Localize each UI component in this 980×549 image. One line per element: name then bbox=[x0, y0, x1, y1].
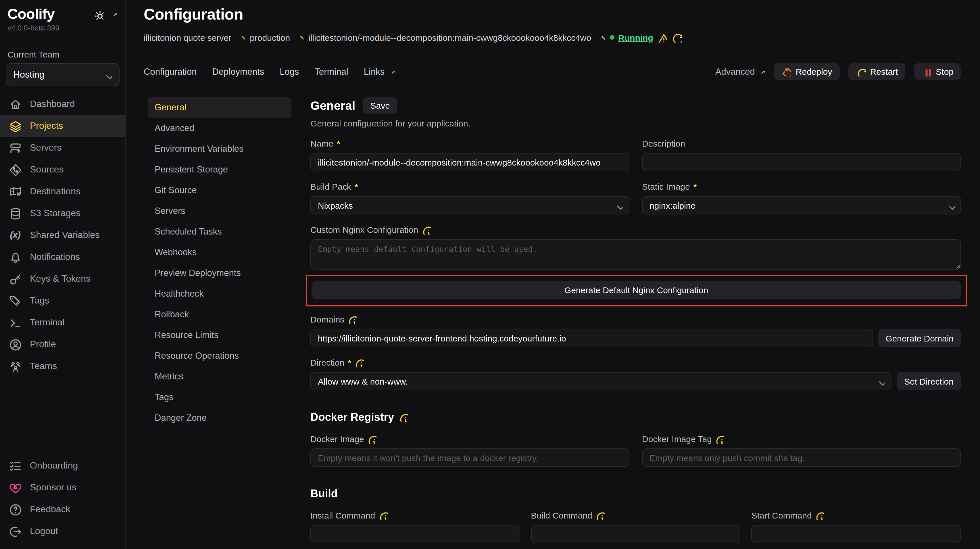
restart-button[interactable]: Restart bbox=[848, 63, 905, 80]
subnav-item-rollback[interactable]: Rollback bbox=[148, 304, 291, 325]
sidebar-item-feedback[interactable]: Feedback bbox=[0, 498, 125, 520]
docker-image-field[interactable] bbox=[310, 449, 629, 467]
general-form: General Save General configuration for y… bbox=[310, 97, 961, 549]
variables-icon: (x) bbox=[9, 229, 21, 241]
status-badge: Running bbox=[609, 32, 682, 43]
generate-domain-button[interactable]: Generate Domain bbox=[878, 329, 961, 347]
sidebar-item-s3-storages[interactable]: S3 Storages bbox=[0, 202, 125, 224]
breadcrumb-application[interactable]: illicitestonion/-module--decomposition:m… bbox=[309, 32, 591, 42]
page-title: Configuration bbox=[144, 6, 961, 24]
sidebar-item-dashboard[interactable]: Dashboard bbox=[0, 93, 125, 115]
docker-image-tag-field[interactable] bbox=[642, 449, 961, 467]
custom-nginx-textarea[interactable] bbox=[310, 239, 961, 270]
subnav-item-healthcheck[interactable]: Healthcheck bbox=[148, 283, 291, 304]
subnav-item-advanced[interactable]: Advanced bbox=[148, 118, 291, 138]
sidebar-item-shared-variables[interactable]: (x)Shared Variables bbox=[0, 224, 125, 246]
sidebar-item-onboarding[interactable]: Onboarding bbox=[0, 455, 125, 477]
team-select[interactable]: Hosting bbox=[6, 63, 119, 86]
sidebar-item-teams[interactable]: Teams bbox=[0, 355, 125, 377]
static-image-value[interactable] bbox=[642, 196, 961, 215]
build-command-label: Build Command bbox=[531, 511, 740, 520]
sidebar-item-sponsor-us[interactable]: Sponsor us bbox=[0, 477, 125, 498]
info-icon[interactable] bbox=[399, 413, 408, 422]
theme-toggle-sun-icon[interactable] bbox=[93, 9, 103, 19]
subnav-item-servers[interactable]: Servers bbox=[148, 201, 291, 221]
info-icon[interactable] bbox=[815, 511, 824, 520]
subnav-item-resource-limits[interactable]: Resource Limits bbox=[148, 325, 291, 345]
subnav-item-persistent-storage[interactable]: Persistent Storage bbox=[148, 159, 291, 180]
subnav-item-git-source[interactable]: Git Source bbox=[148, 180, 291, 201]
sidebar-item-tags[interactable]: Tags bbox=[0, 290, 125, 312]
breadcrumb-project[interactable]: illicitonion quote server bbox=[144, 32, 231, 42]
build-pack-value[interactable] bbox=[310, 196, 629, 215]
info-icon[interactable] bbox=[422, 225, 431, 234]
description-field[interactable] bbox=[642, 153, 961, 171]
sidebar-item-label: Feedback bbox=[30, 504, 70, 514]
sidebar-item-keys-tokens[interactable]: Keys & Tokens bbox=[0, 268, 125, 290]
home-icon bbox=[9, 98, 21, 110]
logout-icon bbox=[9, 525, 21, 538]
sidebar-item-servers[interactable]: Servers bbox=[0, 137, 125, 159]
sidebar-item-notifications[interactable]: Notifications bbox=[0, 246, 125, 268]
sidebar-item-label: Dashboard bbox=[30, 99, 75, 109]
info-icon[interactable] bbox=[355, 358, 364, 367]
chevron-right-icon bbox=[597, 33, 605, 41]
subnav-item-danger-zone[interactable]: Danger Zone bbox=[148, 407, 291, 428]
domains-field[interactable] bbox=[310, 329, 873, 347]
direction-label: Direction* bbox=[310, 358, 961, 368]
app-version: v4.0.0-beta.399 bbox=[0, 22, 125, 32]
build-pack-select[interactable] bbox=[310, 196, 629, 215]
start-command-label: Start Command bbox=[751, 511, 961, 520]
tabbar: Configuration Deployments Logs Terminal … bbox=[144, 63, 961, 80]
advanced-dropdown[interactable]: Advanced bbox=[715, 67, 765, 77]
build-command-field[interactable] bbox=[531, 525, 740, 543]
static-image-select[interactable] bbox=[642, 196, 961, 215]
name-field[interactable] bbox=[310, 153, 629, 171]
info-icon[interactable] bbox=[596, 511, 605, 520]
warning-icon[interactable] bbox=[657, 32, 668, 43]
generate-nginx-config-button[interactable]: Generate Default Nginx Configuration bbox=[312, 281, 961, 299]
subnav-item-environment-variables[interactable]: Environment Variables bbox=[148, 138, 291, 159]
required-marker: * bbox=[337, 138, 340, 148]
sidebar-item-label: S3 Storages bbox=[30, 208, 81, 218]
subnav-item-metrics[interactable]: Metrics bbox=[148, 366, 291, 387]
save-button[interactable]: Save bbox=[363, 97, 397, 114]
install-command-field[interactable] bbox=[310, 525, 520, 543]
sidebar-item-label: Teams bbox=[30, 361, 57, 371]
subnav-item-general[interactable]: General bbox=[148, 97, 291, 118]
status-running-link[interactable]: Running bbox=[618, 32, 653, 42]
subnav-item-tags[interactable]: Tags bbox=[148, 387, 291, 407]
reload-icon[interactable] bbox=[671, 32, 682, 43]
direction-value[interactable] bbox=[310, 372, 891, 390]
subnav-item-preview-deployments[interactable]: Preview Deployments bbox=[148, 263, 291, 283]
start-command-field[interactable] bbox=[751, 525, 961, 543]
info-icon[interactable] bbox=[715, 434, 724, 444]
tab-links-label: Links bbox=[364, 67, 385, 77]
sidebar-item-sources[interactable]: Sources bbox=[0, 159, 125, 180]
subnav-item-resource-operations[interactable]: Resource Operations bbox=[148, 345, 291, 366]
sidebar-item-logout[interactable]: Logout bbox=[0, 520, 125, 542]
direction-select[interactable] bbox=[310, 372, 891, 390]
sidebar-item-label: Servers bbox=[30, 143, 62, 153]
breadcrumb-environment[interactable]: production bbox=[250, 32, 290, 42]
tab-logs[interactable]: Logs bbox=[280, 67, 299, 77]
sidebar-item-terminal[interactable]: Terminal bbox=[0, 312, 125, 333]
subnav-item-webhooks[interactable]: Webhooks bbox=[148, 242, 291, 263]
tab-configuration[interactable]: Configuration bbox=[144, 67, 197, 77]
info-icon[interactable] bbox=[379, 511, 388, 520]
sidebar-item-projects[interactable]: Projects bbox=[0, 115, 125, 137]
stop-button[interactable]: Stop bbox=[914, 63, 961, 80]
sidebar-item-profile[interactable]: Profile bbox=[0, 333, 125, 355]
set-direction-button[interactable]: Set Direction bbox=[897, 372, 961, 390]
chevrons-up-down-icon bbox=[757, 68, 765, 76]
sidebar-item-destinations[interactable]: Destinations bbox=[0, 180, 125, 202]
subnav-item-scheduled-tasks[interactable]: Scheduled Tasks bbox=[148, 221, 291, 242]
chevron-right-icon bbox=[295, 33, 303, 41]
info-icon[interactable] bbox=[368, 434, 377, 444]
info-icon[interactable] bbox=[348, 315, 357, 324]
tab-terminal[interactable]: Terminal bbox=[315, 67, 348, 77]
chevrons-up-down-icon[interactable] bbox=[109, 10, 117, 18]
tab-links[interactable]: Links bbox=[364, 67, 395, 77]
redeploy-button[interactable]: Redeploy bbox=[774, 63, 840, 80]
tab-deployments[interactable]: Deployments bbox=[212, 67, 264, 77]
